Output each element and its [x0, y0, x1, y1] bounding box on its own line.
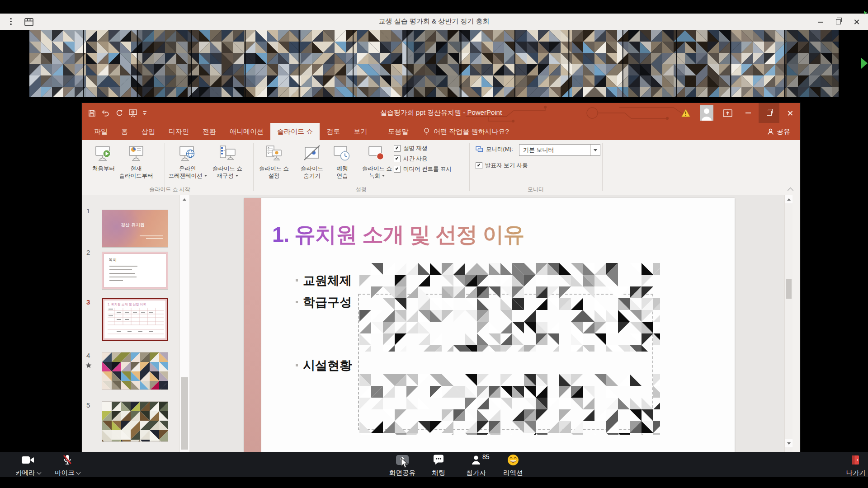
minimize-button[interactable]: [811, 14, 829, 30]
rehearse-timings-button[interactable]: 예행 연습: [329, 143, 355, 180]
tab-home[interactable]: 홈: [114, 123, 135, 140]
slide-bullet-2: 학급구성: [303, 294, 352, 310]
close-button[interactable]: [847, 14, 865, 30]
thumbnail-text-line: [109, 273, 135, 274]
slide-3-thumbnail-selected[interactable]: 1. 유치원 소개 및 선정 이유: [102, 298, 168, 341]
record-slideshow-label: 슬라이드 쇼 녹화: [362, 165, 392, 179]
slide-3-title: 1. 유치원 소개 및 선정 이유: [108, 302, 164, 307]
monitor-label: 모니터(M):: [486, 145, 513, 153]
share-label: 공유: [777, 127, 790, 136]
mic-button-muted[interactable]: 마이크: [42, 453, 92, 477]
record-slideshow-button[interactable]: 슬라이드 쇼 녹화: [356, 143, 398, 180]
setup-group-label: 설정: [253, 186, 469, 193]
bullet-dot: [296, 364, 298, 366]
thumbnail-text-line: [109, 277, 137, 277]
mic-label: 마이크: [55, 469, 75, 477]
ppt-close-button[interactable]: [779, 103, 800, 123]
use-timings-checkbox[interactable]: 시간 사용: [394, 155, 427, 163]
monitor-row: 모니터(M):: [476, 145, 513, 153]
thumbnail-text-line: [140, 235, 163, 236]
main-scrollbar[interactable]: [784, 195, 793, 452]
slide-1-art: [102, 210, 168, 247]
scroll-up-button[interactable]: [180, 195, 189, 203]
tab-slideshow[interactable]: 슬라이드 쇼: [270, 123, 320, 140]
thumbnail-text-line: [146, 238, 163, 239]
group-separator: [602, 143, 603, 191]
hide-slide-icon: [303, 143, 321, 164]
tell-me-search[interactable]: 어떤 작업을 원하시나요?: [423, 123, 509, 140]
ppt-minimize-button[interactable]: [738, 103, 759, 123]
custom-slideshow-label: 슬라이드 쇼 재구성: [212, 165, 242, 179]
slide-bullet-3: 시설현황: [303, 357, 352, 374]
slide-title: 1. 유치원 소개 및 선정 이유: [272, 221, 524, 249]
scroll-down-button[interactable]: [785, 439, 793, 447]
tab-help[interactable]: 도움말: [381, 123, 415, 140]
more-videos-arrow-icon[interactable]: [861, 58, 868, 69]
show-media-controls-label: 미디어 컨트롤 표시: [403, 165, 452, 173]
scrollbar-thumb[interactable]: [786, 279, 792, 299]
checkbox-checked-icon: [394, 145, 401, 152]
restore-button[interactable]: [829, 14, 847, 30]
slide-editing-canvas: 1. 유치원 소개 및 선정 이유 교원체제 학급구성 시설현황: [190, 195, 793, 452]
slide-4-thumbnail[interactable]: [102, 352, 168, 390]
account-avatar[interactable]: [696, 103, 717, 123]
slide-2-thumbnail[interactable]: 목차: [102, 252, 168, 290]
setup-slideshow-button[interactable]: 슬라이드 쇼 설정: [257, 143, 291, 180]
ribbon-separator: [328, 143, 328, 191]
from-current-slide-label: 현재 슬라이드부터: [119, 165, 153, 179]
tab-transitions[interactable]: 전환: [196, 123, 223, 140]
meeting-title: 교생 실습 평가회 & 상반기 정기 총회: [0, 17, 868, 26]
ribbon-display-options-button[interactable]: [717, 103, 738, 123]
warning-icon[interactable]: [675, 103, 696, 123]
slide-2-number: 2: [86, 249, 90, 256]
setup-slideshow-label: 슬라이드 쇼 설정: [259, 165, 289, 179]
tab-animations[interactable]: 애니메이션: [223, 123, 270, 140]
tab-review[interactable]: 검토: [320, 123, 347, 140]
monitor-select[interactable]: 기본 모니터: [519, 144, 600, 156]
slideshow-ribbon: 처음부터 현재 슬라이드부터: [82, 140, 800, 195]
animation-star-icon: [85, 362, 92, 368]
slide-4-pixelated-content: [102, 352, 168, 389]
scrollbar-thumb[interactable]: [181, 377, 188, 450]
from-current-slide-button[interactable]: 현재 슬라이드부터: [116, 143, 156, 180]
camera-icon: [22, 453, 34, 467]
custom-slideshow-button[interactable]: 슬라이드 쇼 재구성: [207, 143, 248, 180]
chevron-down-icon[interactable]: [37, 470, 41, 474]
pixelated-region-upper: [359, 263, 660, 352]
use-timings-label: 시간 사용: [403, 155, 427, 163]
share-button[interactable]: 공유: [767, 123, 790, 140]
reactions-button[interactable]: 리액션: [488, 453, 538, 477]
present-online-button[interactable]: 온라인 프레젠테이션: [165, 143, 210, 180]
system-titlebar: 교생 실습 평가회 & 상반기 정기 총회: [0, 14, 868, 30]
ppt-restore-button[interactable]: [759, 103, 779, 123]
collapse-ribbon-button[interactable]: [788, 188, 794, 191]
scroll-up-button[interactable]: [785, 195, 793, 203]
tab-file[interactable]: 파일: [87, 123, 114, 140]
from-beginning-button[interactable]: 처음부터: [89, 143, 118, 172]
record-slideshow-icon: [368, 143, 387, 164]
monitor-select-arrow[interactable]: [590, 145, 600, 155]
tab-insert[interactable]: 삽입: [135, 123, 162, 140]
leave-button[interactable]: 나가기: [831, 453, 868, 477]
screen-share-label: 화면공유: [389, 469, 415, 477]
setup-group: 슬라이드 쇼 설정 슬라이드 숨기기: [253, 140, 469, 195]
thumbnail-scrollbar[interactable]: [179, 195, 189, 452]
tab-design[interactable]: 디자인: [162, 123, 196, 140]
current-slide-presentation-icon: [127, 143, 145, 164]
monitor-select-value: 기본 모니터: [519, 146, 590, 154]
play-narrations-checkbox[interactable]: 설명 재생: [394, 145, 427, 152]
slide-5-thumbnail[interactable]: [102, 401, 168, 442]
current-slide[interactable]: 1. 유치원 소개 및 선정 이유 교원체제 학급구성 시설현황: [244, 198, 735, 452]
presenter-view-checkbox[interactable]: 발표자 보기 사용: [476, 162, 528, 169]
from-beginning-label: 처음부터: [92, 165, 115, 172]
show-media-controls-checkbox[interactable]: 미디어 컨트롤 표시: [394, 165, 452, 173]
slide-1-thumbnail[interactable]: 경산 유치원: [102, 210, 168, 248]
chevron-down-icon[interactable]: [76, 470, 80, 474]
participants-label: 참가자: [466, 469, 486, 477]
lightbulb-icon: [423, 127, 430, 136]
participants-icon: 85: [471, 453, 481, 467]
tab-view[interactable]: 보기: [347, 123, 374, 140]
powerpoint-window: 실습평가회 ppt 경산유치원 - PowerPoint: [82, 103, 800, 452]
hide-slide-button[interactable]: 슬라이드 숨기기: [295, 143, 329, 180]
participant-video-strip[interactable]: [29, 30, 839, 97]
